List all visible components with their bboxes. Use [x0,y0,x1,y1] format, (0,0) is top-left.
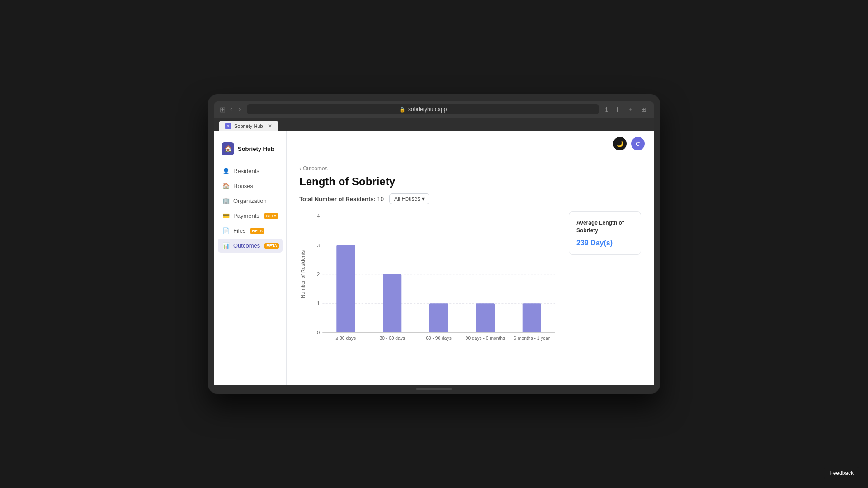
forward-button[interactable]: › [237,105,243,114]
svg-text:Number of Residents: Number of Residents [300,250,306,298]
url-text: sobrietyhub.app [408,106,447,113]
breadcrumb-label: Outcomes [303,165,328,172]
chart-controls: Total Number of Residents: 10 All Houses… [299,193,641,204]
sidebar-item-label-organization: Organization [233,197,267,204]
svg-text:6 months - 1 year: 6 months - 1 year [514,336,550,341]
info-button[interactable]: ℹ [604,105,609,114]
svg-text:2: 2 [317,272,320,277]
address-bar[interactable]: 🔒 sobrietyhub.app [247,104,599,114]
chart-section: 01234Number of Residents≤ 30 days30 - 60… [299,211,641,362]
beta-badge-outcomes: BETA [264,243,279,249]
svg-text:3: 3 [317,243,320,248]
sidebar-item-files[interactable]: 📄 Files BETA [218,224,283,238]
svg-rect-19 [523,303,541,332]
files-icon: 📄 [222,227,230,234]
feedback-button[interactable]: Feedback [824,467,859,479]
total-value: 10 [377,196,383,202]
sidebar-item-payments[interactable]: 💳 Payments BETA [218,209,283,223]
sidebar-item-organization[interactable]: 🏢 Organization [218,194,283,208]
back-button[interactable]: ‹ [228,105,234,114]
total-label: Total Number of Residents: [299,196,376,202]
browser-actions: ℹ ⬆ ＋ ⊞ [604,104,648,114]
chart-wrapper: 01234Number of Residents≤ 30 days30 - 60… [299,211,560,362]
top-bar-actions: 🌙 C [613,137,645,150]
residents-icon: 👤 [222,168,230,174]
sidebar-navigation: 👤 Residents 🏠 Houses 🏢 Organization 💳 Pa… [214,164,286,253]
sidebar-item-outcomes[interactable]: 📊 Outcomes BETA [218,239,283,253]
lock-icon: 🔒 [399,107,406,113]
svg-rect-17 [476,303,495,332]
svg-rect-11 [336,245,355,333]
new-tab-button[interactable]: ＋ [626,104,636,114]
chevron-down-icon: ▾ [422,196,425,202]
svg-text:90 days - 6 months: 90 days - 6 months [466,336,505,341]
main-content: 🌙 C ‹ Outcomes Length of Sobriety Total … [287,131,654,385]
svg-text:1: 1 [317,300,320,306]
tab-bar: S Sobriety Hub ✕ [214,118,654,131]
bar-chart: 01234Number of Residents≤ 30 days30 - 60… [299,211,560,360]
svg-text:30 - 60 days: 30 - 60 days [379,336,405,341]
breadcrumb-icon: ‹ [299,165,301,172]
user-avatar[interactable]: C [631,137,645,150]
legend-value: 239 Day(s) [576,239,633,247]
sidebar-item-label-payments: Payments [233,212,259,219]
house-filter-dropdown[interactable]: All Houses ▾ [389,193,429,204]
sidebar-item-residents[interactable]: 👤 Residents [218,164,283,178]
active-tab[interactable]: S Sobriety Hub ✕ [219,121,278,131]
total-residents: Total Number of Residents: 10 [299,196,384,202]
organization-icon: 🏢 [222,197,230,204]
dark-mode-toggle[interactable]: 🌙 [613,137,627,150]
legend-title: Average Length of Sobriety [576,219,633,235]
svg-rect-13 [383,274,401,333]
filter-label: All Houses [394,196,420,202]
page-content: ‹ Outcomes Length of Sobriety Total Numb… [287,156,654,371]
sidebar: 🏠 Sobriety Hub 👤 Residents 🏠 Houses 🏢 Or… [214,131,287,385]
share-button[interactable]: ⬆ [613,105,622,114]
beta-badge-payments: BETA [264,213,278,219]
outcomes-icon: 📊 [222,242,230,249]
sidebar-item-label-residents: Residents [233,168,259,174]
tab-favicon: S [225,123,231,129]
sidebar-item-label-houses: Houses [233,183,253,189]
tab-close-button[interactable]: ✕ [268,123,272,129]
svg-text:0: 0 [317,330,320,335]
breadcrumb[interactable]: ‹ Outcomes [299,165,641,172]
svg-text:4: 4 [317,213,320,219]
sidebar-item-houses[interactable]: 🏠 Houses [218,179,283,193]
page-title: Length of Sobriety [299,175,641,188]
logo-text: Sobriety Hub [238,145,274,152]
payments-icon: 💳 [222,212,230,219]
legend-card: Average Length of Sobriety 239 Day(s) [569,211,641,255]
top-bar: 🌙 C [287,131,654,156]
svg-rect-15 [429,303,448,332]
logo-icon: 🏠 [222,142,234,155]
beta-badge-files: BETA [250,228,264,234]
browser-nav-controls: ⊞ ‹ › [220,105,242,114]
extensions-button[interactable]: ⊞ [639,105,648,114]
sidebar-logo[interactable]: 🏠 Sobriety Hub [214,139,286,164]
tab-title: Sobriety Hub [234,123,263,129]
svg-text:60 - 90 days: 60 - 90 days [426,336,452,341]
svg-text:≤ 30 days: ≤ 30 days [336,336,356,341]
sidebar-item-label-outcomes: Outcomes [233,242,260,249]
sidebar-item-label-files: Files [233,227,245,234]
houses-icon: 🏠 [222,183,230,189]
